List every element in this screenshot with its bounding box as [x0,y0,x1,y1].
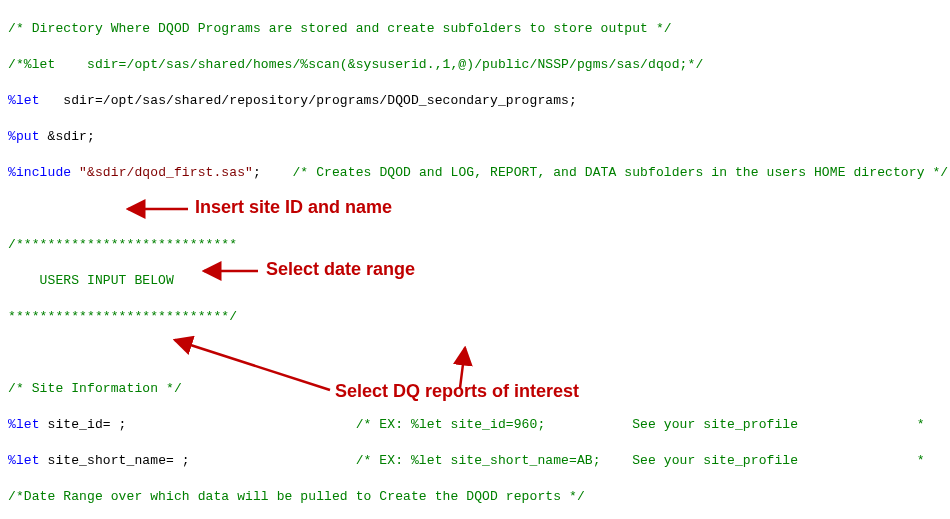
annotation-label-reports: Select DQ reports of interest [335,382,579,400]
annotation-label-site: Insert site ID and name [195,198,392,216]
annotation-arrows [0,0,950,519]
annotation-label-date: Select date range [266,260,415,278]
code-editor[interactable]: /* Directory Where DQOD Programs are sto… [0,0,950,519]
arrow-icon [175,340,330,390]
